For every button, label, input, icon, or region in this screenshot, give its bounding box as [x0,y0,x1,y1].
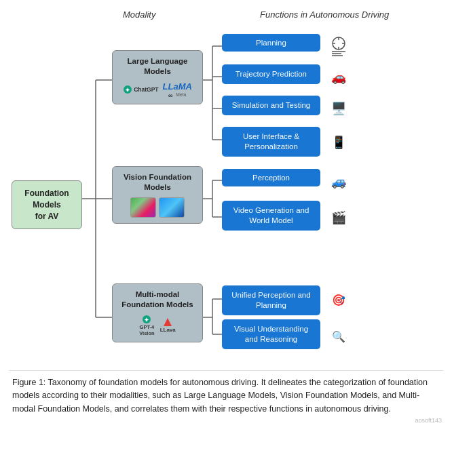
perception-function-box: Perception [222,169,320,186]
trajectory-prediction-function-box: Trajectory Prediction [222,64,320,84]
functions-header-label: Functions in Autonomous Driving [260,9,389,20]
simulation-function-box: Simulation and Testing [222,96,320,115]
watermark: aosoft143 [7,417,445,424]
svg-text:✦: ✦ [125,87,130,94]
video-gen-icon: 🎬 [325,201,352,235]
foundation-models-box: Foundation Models for AV [12,180,82,229]
unified-perception-function-box: Unified Perception and Planning [222,285,320,315]
simulation-icon: 🖥️ [325,96,352,121]
modality-header-label: Modality [123,9,155,20]
planning-function-box: Planning [222,34,320,52]
llm-modality-box: Large Language Models ✦ ChatGPT LLaMA ∞ … [112,50,203,104]
ui-function-box: User Interface & Personalization [222,127,320,157]
ui-icon: 📱 [325,130,352,155]
visual-understanding-icon: 🔍 [325,319,352,353]
mfm-modality-box: Multi-modal Foundation Models ✦ GPT-4Vis… [112,283,203,342]
svg-marker-24 [164,318,172,326]
video-generation-function-box: Video Generation and World Model [222,201,320,231]
planning-icon [325,35,352,58]
figure-caption: Figure 1: Taxonomy of foundation models … [9,370,443,416]
trajectory-icon: 🚗 [325,64,352,90]
diagram-container: Modality Functions in Autonomous Driving [7,7,445,424]
svg-text:∞: ∞ [168,92,172,98]
perception-icon: 🚙 [325,169,352,195]
visual-understanding-function-box: Visual Understanding and Reasoning [222,319,320,349]
svg-text:✦: ✦ [144,316,149,323]
unified-perception-icon: 🎯 [325,285,352,314]
vfm-modality-box: Vision Foundation Models [112,166,203,224]
